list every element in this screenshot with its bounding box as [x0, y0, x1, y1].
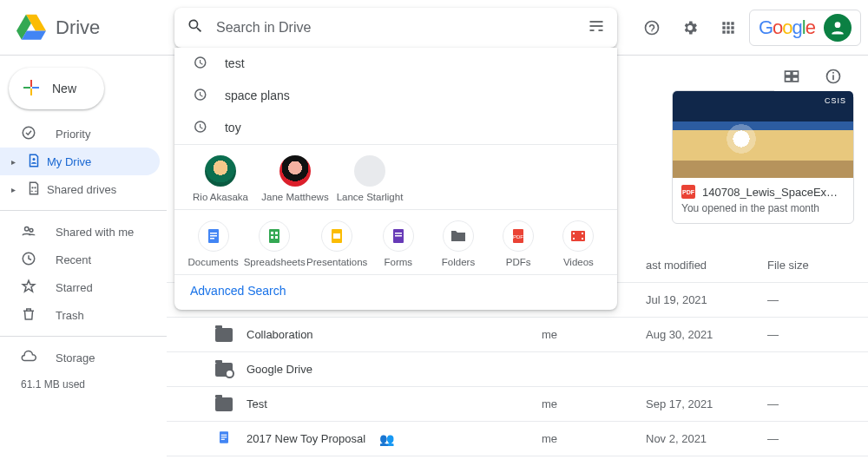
mydrive-icon	[26, 153, 42, 171]
svg-rect-7	[271, 236, 273, 239]
file-row[interactable]: Collaboration me Aug 30, 2021 —	[167, 318, 868, 352]
advanced-search-link[interactable]: Advanced Search	[174, 274, 617, 305]
file-owner: me	[542, 397, 646, 410]
type-label: Forms	[384, 257, 412, 267]
col-modified[interactable]: ast modified	[646, 259, 767, 272]
sidebar-item-trash[interactable]: Trash	[0, 301, 160, 329]
person-avatar-icon	[205, 155, 236, 187]
svg-rect-17	[573, 233, 575, 234]
caret-icon: ▸	[5, 185, 21, 194]
type-chip[interactable]: Forms	[370, 220, 426, 267]
file-size: —	[767, 328, 854, 341]
google-wordmark: Google	[759, 16, 815, 39]
folder-icon	[215, 397, 233, 411]
file-row[interactable]: Test me Sep 17, 2021 —	[167, 387, 868, 422]
svg-rect-33	[221, 435, 227, 436]
type-chip[interactable]: Folders	[430, 220, 486, 267]
svg-point-27	[30, 228, 33, 232]
file-modified: Sep 17, 2021	[646, 397, 767, 410]
form-icon	[383, 220, 414, 252]
file-modified: Jul 19, 2021	[646, 293, 767, 306]
type-label: Folders	[442, 257, 475, 267]
pdf-icon: PDF	[681, 185, 695, 199]
svg-point-25	[34, 187, 36, 188]
search-area: test space plans toy Rio Akasaka Jane Ma…	[174, 8, 617, 48]
file-owner: me	[542, 328, 646, 341]
drive-logo-icon	[14, 10, 49, 45]
info-icon[interactable]	[816, 59, 851, 94]
caret-icon: ▸	[5, 157, 21, 167]
col-size[interactable]: File size	[767, 259, 854, 272]
file-row[interactable]: 2017 New Toy Proposal👥 me Nov 2, 2021 —	[167, 422, 868, 456]
shared-folder-icon	[215, 363, 233, 377]
folder-icon	[215, 328, 233, 342]
user-avatar-icon[interactable]	[824, 14, 852, 42]
file-modified: Aug 30, 2021	[646, 328, 767, 341]
person-chip[interactable]: Jane Matthews	[260, 155, 331, 202]
file-name: 2017 New Toy Proposal	[247, 432, 365, 445]
sidebar-item-label: Starred	[56, 281, 93, 294]
search-options-icon[interactable]	[588, 17, 605, 37]
person-name: Rio Akasaka	[193, 192, 248, 202]
new-button[interactable]: New	[9, 68, 104, 109]
person-name: Lance Starlight	[337, 192, 404, 202]
svg-rect-18	[573, 238, 575, 240]
recent-search-item[interactable]: test	[174, 48, 617, 80]
file-name: Test	[247, 397, 267, 410]
help-icon[interactable]	[635, 10, 669, 45]
person-avatar-icon	[354, 155, 385, 187]
svg-rect-12	[395, 233, 402, 234]
sidebar-item-label: Trash	[56, 309, 84, 322]
recent-search-label: toy	[225, 121, 241, 135]
history-icon	[192, 87, 207, 105]
thumbnail	[673, 91, 853, 178]
shdrive-icon	[26, 180, 42, 199]
suggested-card[interactable]: PDF140708_Lewis_SpaceEx… You opened in t…	[672, 90, 854, 224]
google-account-switcher[interactable]: Google	[749, 10, 861, 46]
sidebar-item-priority[interactable]: Priority	[0, 120, 160, 148]
search-suggestions-panel: test space plans toy Rio Akasaka Jane Ma…	[174, 48, 617, 310]
type-chip[interactable]: Documents	[185, 220, 241, 267]
search-input[interactable]	[216, 20, 575, 36]
sidebar-item-label: My Drive	[47, 155, 91, 168]
svg-rect-35	[221, 439, 225, 440]
sidebar-item-star[interactable]: Starred	[0, 273, 160, 301]
cloud-icon	[21, 349, 36, 367]
person-name: Jane Matthews	[261, 192, 328, 202]
recent-search-item[interactable]: space plans	[174, 80, 617, 112]
person-chip[interactable]: Lance Starlight	[334, 155, 405, 202]
brand[interactable]: Drive	[14, 10, 174, 45]
svg-rect-5	[271, 232, 273, 234]
folder-icon	[443, 220, 474, 252]
person-chip[interactable]: Rio Akasaka	[185, 155, 256, 202]
apps-icon[interactable]	[711, 10, 746, 45]
file-size: —	[767, 293, 854, 306]
settings-icon[interactable]	[673, 10, 707, 45]
search-bar[interactable]	[174, 8, 617, 48]
type-label: Presentations	[306, 257, 367, 267]
sidebar-item-shdrive[interactable]: ▸ Shared drives	[0, 175, 160, 203]
sidebar-item-storage[interactable]: Storage	[0, 344, 160, 371]
svg-rect-31	[832, 72, 834, 74]
type-chip[interactable]: Presentations	[307, 220, 366, 267]
topbar: Drive test space plans toy Rio Akasaka J…	[0, 0, 868, 56]
sidebar-item-label: Shared drives	[47, 183, 116, 196]
sidebar-item-mydrive[interactable]: ▸ My Drive	[0, 148, 160, 175]
recent-search-item[interactable]: toy	[174, 112, 617, 144]
file-row[interactable]: Google Drive	[167, 352, 868, 387]
sidebar-item-shared[interactable]: Shared with me	[0, 218, 160, 246]
sidebar-item-recent[interactable]: Recent	[0, 246, 160, 273]
file-size: —	[767, 397, 854, 410]
doc-icon	[215, 429, 233, 449]
svg-text:PDF: PDF	[513, 234, 523, 240]
svg-rect-8	[275, 236, 278, 239]
card-reason: You opened in the past month	[681, 199, 845, 214]
card-title: 140708_Lewis_SpaceEx…	[702, 186, 838, 199]
type-chip[interactable]: PDF PDFs	[490, 220, 547, 267]
type-label: Spreadsheets	[244, 257, 306, 267]
type-chip[interactable]: Videos	[550, 220, 607, 267]
svg-rect-13	[395, 235, 402, 237]
sheet-icon	[259, 220, 290, 252]
view-toggle-icon[interactable]	[774, 59, 809, 94]
type-chip[interactable]: Spreadsheets	[245, 220, 304, 267]
